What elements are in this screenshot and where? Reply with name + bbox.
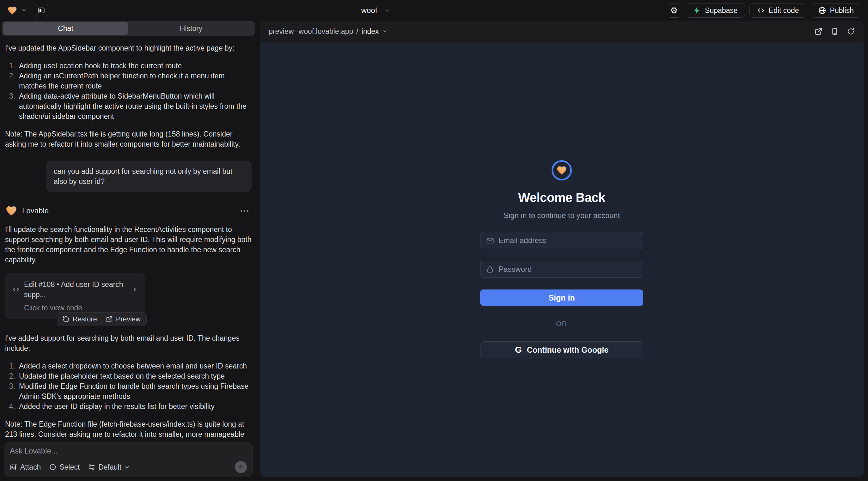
change-list: Added a select dropdown to choose betwee… bbox=[7, 361, 252, 412]
chat-input[interactable] bbox=[10, 447, 247, 455]
preview-url[interactable]: preview--woof.lovable.app / index bbox=[269, 27, 388, 36]
lovable-app: woof ⚙ Supabase Edit code bbox=[0, 0, 868, 481]
signin-title: Welcome Back bbox=[518, 191, 605, 205]
google-icon: G bbox=[515, 345, 522, 355]
preview-actions bbox=[814, 28, 855, 35]
preview-viewport: Welcome Back Sign in to continue to your… bbox=[260, 42, 864, 477]
supabase-bolt-icon bbox=[693, 6, 701, 14]
rotate-ccw-icon bbox=[63, 316, 69, 323]
chevron-down-icon bbox=[384, 7, 391, 13]
list-item: Adding useLocation hook to track the cur… bbox=[7, 61, 252, 71]
list-item: Added the user ID display in the results… bbox=[7, 402, 252, 412]
globe-icon bbox=[818, 6, 826, 14]
email-input[interactable] bbox=[498, 236, 637, 245]
preview-panel: preview--woof.lovable.app / index bbox=[260, 21, 864, 477]
image-plus-icon bbox=[10, 463, 18, 471]
topbar-actions: ⚙ Supabase Edit code Publish bbox=[666, 3, 861, 18]
send-button[interactable] bbox=[235, 461, 247, 473]
mode-selector-button[interactable]: Default bbox=[88, 463, 130, 472]
external-link-icon bbox=[106, 316, 113, 323]
heart-icon bbox=[556, 165, 567, 176]
assistant-header: Lovable bbox=[5, 205, 252, 217]
assistant-name: Lovable bbox=[22, 206, 49, 216]
code-icon bbox=[757, 6, 765, 14]
project-name: woof bbox=[361, 6, 377, 15]
attach-button[interactable]: Attach bbox=[10, 463, 41, 472]
restore-button[interactable]: Restore bbox=[63, 315, 97, 323]
arrow-up-icon bbox=[238, 464, 244, 470]
code-icon bbox=[12, 286, 20, 293]
email-field[interactable] bbox=[480, 232, 643, 249]
tab-history[interactable]: History bbox=[128, 22, 254, 35]
assistant-paragraph: I've updated the AppSidebar component to… bbox=[5, 43, 252, 53]
list-item: Adding data-active attribute to SidebarM… bbox=[7, 91, 252, 121]
list-item: Modified the Edge Function to handle bot… bbox=[7, 381, 252, 402]
open-in-new-tab-button[interactable] bbox=[814, 28, 823, 35]
user-message: can you add support for searching not on… bbox=[46, 161, 252, 192]
project-switcher[interactable]: woof bbox=[361, 6, 391, 15]
composer-toolbar: Attach Select Default bbox=[10, 461, 247, 473]
refresh-icon bbox=[847, 28, 855, 35]
chat-messages: I've updated the AppSidebar component to… bbox=[0, 36, 257, 438]
publish-button[interactable]: Publish bbox=[811, 3, 861, 18]
panel-left-icon bbox=[38, 7, 45, 14]
chevron-down-icon[interactable] bbox=[21, 7, 27, 13]
assistant-note: Note: The Edge Function file (fetch-fire… bbox=[5, 419, 252, 438]
or-divider: OR bbox=[480, 320, 643, 328]
settings-button[interactable]: ⚙ bbox=[666, 3, 681, 18]
chevron-right-icon bbox=[131, 286, 138, 293]
version-actions: Restore Preview bbox=[57, 312, 147, 326]
ellipsis-menu-icon[interactable] bbox=[241, 210, 248, 212]
app-logo bbox=[552, 160, 572, 181]
preview-button[interactable]: Preview bbox=[106, 315, 141, 323]
toggle-sidebar-button[interactable] bbox=[35, 4, 48, 17]
gear-icon: ⚙ bbox=[670, 5, 678, 15]
target-icon bbox=[49, 463, 57, 471]
preview-page: index bbox=[362, 27, 379, 36]
supabase-button[interactable]: Supabase bbox=[686, 3, 745, 18]
topbar: woof ⚙ Supabase Edit code bbox=[0, 0, 868, 21]
preview-header: preview--woof.lovable.app / index bbox=[260, 21, 864, 42]
signin-card: Welcome Back Sign in to continue to your… bbox=[480, 160, 643, 358]
select-element-button[interactable]: Select bbox=[49, 463, 80, 472]
main-split: Chat History I've updated the AppSidebar… bbox=[0, 21, 868, 481]
mail-icon bbox=[486, 237, 494, 245]
google-signin-button[interactable]: G Continue with Google bbox=[480, 341, 643, 358]
chat-sidebar: Chat History I've updated the AppSidebar… bbox=[0, 21, 257, 481]
tab-chat[interactable]: Chat bbox=[3, 22, 128, 35]
list-item: Added a select dropdown to choose betwee… bbox=[7, 361, 252, 371]
password-field[interactable] bbox=[480, 261, 643, 278]
external-link-icon bbox=[814, 28, 823, 35]
list-item: Updated the placeholder text based on th… bbox=[7, 371, 252, 381]
assistant-paragraph: I've added support for searching by both… bbox=[5, 333, 252, 353]
change-list: Adding useLocation hook to track the cur… bbox=[7, 61, 252, 121]
composer: Attach Select Default bbox=[4, 442, 253, 477]
refresh-preview-button[interactable] bbox=[847, 28, 855, 35]
topbar-left bbox=[7, 4, 48, 17]
mobile-view-button[interactable] bbox=[831, 28, 839, 35]
edit-card-title: Edit #108 • Add user ID search supp... bbox=[24, 279, 127, 299]
lovable-avatar-icon bbox=[5, 205, 18, 217]
edit-code-button[interactable]: Edit code bbox=[749, 3, 806, 18]
signin-subtitle: Sign in to continue to your account bbox=[503, 211, 620, 220]
list-item: Adding an isCurrentPath helper function … bbox=[7, 71, 252, 91]
signin-button[interactable]: Sign in bbox=[480, 289, 643, 306]
edit-card-wrapper: Edit #108 • Add user ID search supp... C… bbox=[5, 273, 145, 319]
chevron-down-icon bbox=[382, 28, 388, 34]
assistant-note: Note: The AppSidebar.tsx file is getting… bbox=[5, 129, 252, 149]
lock-icon bbox=[486, 265, 494, 274]
or-label: OR bbox=[556, 320, 567, 328]
smartphone-icon bbox=[831, 28, 839, 35]
edit-card-subtitle: Click to view code bbox=[24, 303, 138, 313]
path-separator: / bbox=[356, 27, 358, 36]
lovable-logo-icon[interactable] bbox=[7, 5, 18, 15]
password-input[interactable] bbox=[498, 265, 637, 274]
sliders-icon bbox=[88, 463, 95, 471]
assistant-paragraph: I'll update the search functionality in … bbox=[5, 224, 252, 265]
chevron-down-icon bbox=[124, 464, 130, 470]
chat-history-tabs: Chat History bbox=[2, 21, 255, 36]
preview-domain: preview--woof.lovable.app bbox=[269, 27, 353, 36]
